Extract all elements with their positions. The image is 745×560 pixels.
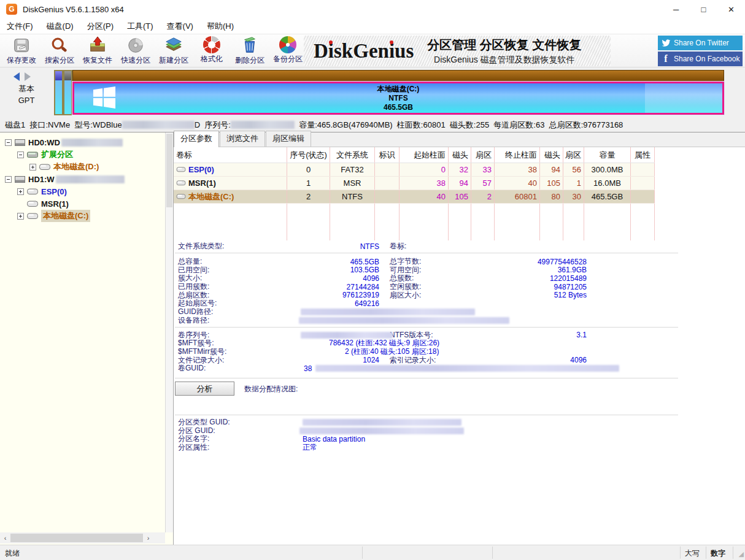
partition-icon: [39, 164, 50, 171]
window-title: DiskGenius V5.6.1.1580 x64: [23, 5, 124, 14]
disk-info-seg1: 磁盘1 接口:NVMe 型号:WDBlue: [5, 120, 122, 131]
tree-item-hd0[interactable]: HD0:WD: [5, 136, 123, 148]
disk-bar-panel: 基本 GPT 本地磁盘(C:) NTFS 465.5GB: [0, 67, 745, 118]
tab-sector-edit[interactable]: 扇区编辑: [266, 131, 311, 147]
search-icon: [50, 36, 69, 55]
toolbar-label: 新建分区: [159, 55, 188, 66]
tree-item-label: 本地磁盘(D:): [53, 161, 99, 172]
toolbar-label: 格式化: [201, 54, 223, 64]
share-buttons: Share On Twitter f Share On Facebook: [658, 36, 743, 66]
scroll-right-icon[interactable]: ›: [143, 534, 153, 542]
table-empty-grid: [174, 204, 655, 240]
disk-c-bar[interactable]: 本地磁盘(C:) NTFS 465.5GB: [72, 70, 724, 115]
tree-item-label: MSR(1): [41, 199, 69, 209]
tree-item-extended-partition[interactable]: 扩展分区: [17, 148, 73, 161]
title-bar: G DiskGenius V5.6.1.1580 x64 ─ □ ✕: [0, 0, 745, 18]
minimize-button[interactable]: ─: [662, 0, 690, 18]
menu-disk[interactable]: 磁盘(D): [40, 21, 80, 32]
close-icon: ✕: [728, 5, 735, 14]
scrollbar-thumb[interactable]: [10, 534, 143, 542]
partition-guid-blur: [299, 428, 464, 434]
next-disk-icon[interactable]: [25, 72, 31, 81]
disk-scheme-label: GPT: [0, 96, 53, 105]
table-header-row: 卷标序号(状态) 文件系统标识 起始柱面磁头 扇区终止柱面 磁头扇区 容量属性: [174, 147, 655, 163]
expand-icon[interactable]: [29, 164, 36, 171]
disk-info-seg3: 容量:465.8GB(476940MB) 柱面数:60801 磁头数:255 每…: [295, 120, 623, 131]
guid-path-blur: [301, 309, 475, 315]
share-facebook-label: Share On Facebook: [674, 55, 739, 63]
volume-icon: [176, 194, 186, 199]
disk-info-line: 磁盘1 接口:NVMe 型号:WDBlueD 序列号: 容量:465.8GB(4…: [0, 118, 745, 132]
partition-mini-bar-msr[interactable]: [63, 70, 72, 115]
expand-icon[interactable]: [17, 213, 24, 220]
disk-name-blur: [61, 139, 123, 147]
tree-item-label: 本地磁盘(C:): [41, 210, 90, 222]
facebook-icon: f: [658, 53, 674, 64]
status-caps: 大写: [685, 548, 700, 559]
volume-guid-blur: [315, 365, 619, 372]
app-icon: G: [6, 4, 17, 15]
partition-icon: [27, 152, 38, 158]
disk-icon: [15, 139, 25, 147]
menu-file[interactable]: 文件(F): [0, 21, 40, 32]
close-button[interactable]: ✕: [717, 0, 745, 18]
menu-partition[interactable]: 分区(P): [80, 21, 120, 32]
quick-partition-button[interactable]: 快速分区: [117, 36, 155, 66]
toolbar-label: 恢复文件: [83, 55, 112, 66]
tree-item-hd1[interactable]: HD1:W: [5, 173, 125, 185]
minimize-icon: ─: [673, 5, 679, 14]
disk-type-label: 基本: [0, 83, 53, 94]
collapse-icon[interactable]: [17, 152, 24, 158]
serial-blur: [231, 121, 295, 129]
resize-grip-icon[interactable]: ◢: [739, 550, 744, 558]
share-twitter-button[interactable]: Share On Twitter: [658, 36, 743, 50]
table-row-esp[interactable]: ESP(0) 0FAT32 032 33 3894 56 300.0MB: [174, 163, 655, 177]
collapse-icon[interactable]: [5, 176, 12, 183]
new-partition-icon: [164, 36, 183, 55]
search-partition-button[interactable]: 搜索分区: [41, 36, 79, 66]
volume-icon: [176, 180, 186, 186]
volume-icon: [176, 167, 186, 172]
collapse-icon[interactable]: [5, 139, 12, 146]
recover-files-button[interactable]: 恢复文件: [79, 36, 117, 66]
new-partition-button[interactable]: 新建分区: [155, 36, 193, 66]
tree-item-msr[interactable]: MSR(1): [17, 198, 69, 210]
diskgenius-window: G DiskGenius V5.6.1.1580 x64 ─ □ ✕ 文件(F)…: [0, 0, 745, 560]
partition-fs: NTFS: [74, 94, 722, 103]
prev-disk-icon[interactable]: [14, 72, 20, 81]
status-bar: 就绪 大写 数字 ◢: [0, 545, 745, 560]
tree-item-local-disk-d[interactable]: 本地磁盘(D:): [29, 161, 99, 173]
table-row-local-disk-c[interactable]: 本地磁盘(C:) 2NTFS 40105 2 6080180 30 465.5G…: [174, 190, 655, 204]
save-changes-button[interactable]: 保存更改: [2, 36, 41, 66]
format-icon: [203, 36, 220, 53]
partition-c-caption: 本地磁盘(C:) NTFS 465.5GB: [74, 85, 722, 112]
tree-vertical-scrollbar[interactable]: [165, 132, 173, 532]
tree-item-local-disk-c[interactable]: 本地磁盘(C:): [17, 210, 90, 222]
menu-help[interactable]: 帮助(H): [200, 21, 241, 32]
tree-item-esp[interactable]: ESP(0): [17, 185, 67, 198]
menu-view[interactable]: 查看(V): [160, 21, 200, 32]
tab-browse-files[interactable]: 浏览文件: [220, 131, 265, 147]
share-facebook-button[interactable]: f Share On Facebook: [658, 52, 743, 66]
partition-table: 卷标序号(状态) 文件系统标识 起始柱面磁头 扇区终止柱面 磁头扇区 容量属性 …: [174, 147, 655, 240]
quick-partition-icon: [126, 36, 145, 55]
format-button[interactable]: 格式化: [193, 36, 231, 66]
status-ready: 就绪: [5, 548, 20, 559]
toolbar-label: 保存更改: [7, 55, 36, 66]
tree-horizontal-scrollbar[interactable]: ‹ ›: [0, 532, 165, 543]
scroll-left-icon[interactable]: ‹: [0, 534, 10, 542]
tab-partition-params[interactable]: 分区参数: [174, 131, 219, 147]
tree-item-label: HD0:WD: [28, 138, 60, 147]
status-num: 数字: [711, 548, 725, 559]
menu-tools[interactable]: 工具(T): [120, 21, 160, 32]
maximize-button[interactable]: □: [690, 0, 717, 18]
analyze-button[interactable]: 分析: [175, 382, 234, 396]
share-twitter-label: Share On Twitter: [674, 39, 729, 47]
diskgenius-logo: DiskGenius: [314, 40, 414, 63]
expand-icon[interactable]: [17, 188, 24, 195]
toolbar-label: 搜索分区: [45, 55, 74, 66]
table-row-msr[interactable]: MSR(1) 1MSR 3894 57 40105 1 16.0MB: [174, 177, 655, 190]
partition-c-block[interactable]: 本地磁盘(C:) NTFS 465.5GB: [72, 82, 724, 115]
partition-mini-bar-esp[interactable]: [54, 70, 63, 115]
disk-name-blur: [56, 175, 125, 183]
